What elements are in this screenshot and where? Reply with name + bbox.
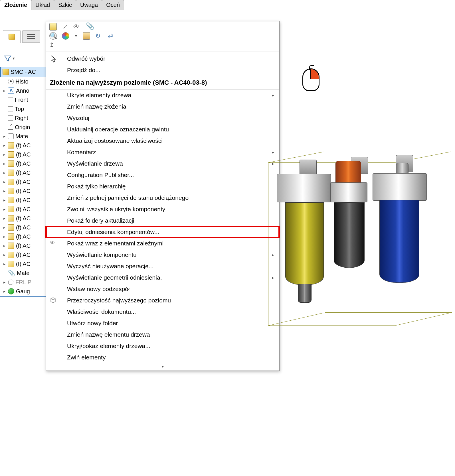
part-icon [8, 215, 14, 221]
ctx-tree-display[interactable]: Wyświetlanie drzewa▸ [46, 158, 279, 169]
ctx-show-update-folders[interactable]: Pokaż foldery aktualizacji [46, 215, 279, 226]
panel-tab-property[interactable] [22, 30, 40, 43]
ctx-ref-geometry-display[interactable]: Wyświetlanie geometrii odniesienia.▸ [46, 272, 279, 283]
part-icon [8, 142, 14, 149]
tree-item[interactable]: (f) AC [0, 205, 48, 214]
part-icon [8, 206, 14, 212]
tree-item[interactable]: (f) AC [0, 177, 48, 186]
measure-icon[interactable]: ↥ [49, 41, 57, 49]
tree-item[interactable]: FRL P [0, 278, 48, 287]
ctx-show-with-dependents[interactable]: 👁 Pokaż wraz z elementami zależnymi [46, 238, 279, 249]
part-icon [8, 151, 14, 158]
model-regulator-knob [335, 161, 361, 184]
tree-item[interactable]: Front [0, 95, 48, 104]
tree-item[interactable]: Histo [0, 77, 48, 86]
tree-item[interactable]: (f) AC [0, 241, 48, 250]
svg-rect-2 [27, 38, 35, 39]
tree-item[interactable]: 📎Mate [0, 268, 48, 278]
ctx-header: Złożenie na najwyższym poziomie (SMC - A… [46, 76, 279, 89]
model-filter-head [277, 174, 331, 202]
ctx-go-to[interactable]: Przejdź do... [46, 64, 279, 76]
tree-item[interactable]: (f) AC [0, 250, 48, 259]
tree-item[interactable]: Top [0, 104, 48, 113]
ctx-top-transparency[interactable]: Przezroczystość najwyższego poziomu [46, 295, 279, 306]
ctx-show-hierarchy-only[interactable]: Pokaż tylko hierarchię [46, 181, 279, 192]
part-icon [8, 160, 14, 167]
part-icon [8, 197, 14, 203]
tree-item[interactable]: (f) AC [0, 223, 48, 232]
tree-end-divider [0, 296, 46, 297]
open-part-icon[interactable] [49, 23, 57, 30]
tab-zlozenie[interactable]: Złożenie [0, 0, 31, 10]
ctx-release-hidden[interactable]: Zwolnij wszystkie ukryte komponenty [46, 204, 279, 215]
tab-uwaga[interactable]: Uwaga [76, 0, 102, 10]
ctx-hidden-tree-elements[interactable]: Ukryte elementy drzewa▸ [46, 89, 279, 101]
ctx-icon-toolbar-row3: ↥ [46, 41, 279, 50]
eye-strike-icon: 👁 [50, 240, 57, 247]
cursor-icon [50, 55, 57, 62]
ctx-expand-indicator[interactable]: ▾ [46, 363, 279, 371]
ctx-comment[interactable]: Komentarz▸ [46, 147, 279, 158]
ctx-new-folder[interactable]: Utwórz nowy folder [46, 318, 279, 329]
ctx-invert-selection[interactable]: Odwróć wybór [46, 53, 279, 64]
assembly-icon [3, 69, 9, 75]
tree-item[interactable]: Mate [0, 132, 48, 141]
ctx-config-publisher[interactable]: Configuration Publisher... [46, 169, 279, 181]
tree-item[interactable]: (f) AC [0, 168, 48, 177]
model-regulator-body [334, 202, 365, 268]
ctx-isolate[interactable]: Wyizoluj [46, 112, 279, 124]
tab-uklad[interactable]: Układ [31, 0, 54, 10]
tree-root-label: SMC - AC [11, 68, 36, 75]
tree-item[interactable]: (f) AC [0, 141, 48, 150]
tree-item[interactable]: (f) AC [0, 150, 48, 159]
move-component-icon[interactable] [83, 32, 90, 40]
tree-item[interactable]: (f) AC [0, 232, 48, 241]
plane-icon [8, 106, 13, 111]
context-menu: ⟋ 👁 📎 🔍 ▼ ↻ ⇄ ↥ Odwróć wybór Przejdź do.… [46, 21, 280, 371]
svg-rect-0 [27, 34, 35, 35]
ctx-collapse-items[interactable]: Zwiń elementy [46, 352, 279, 363]
part-icon [8, 224, 14, 231]
tree-item[interactable]: (f) AC [0, 214, 48, 223]
ctx-edit-component-references[interactable]: Edytuj odniesienia komponentów... [46, 226, 279, 238]
tree-item[interactable]: AAnno [0, 86, 48, 95]
tree-item[interactable]: (f) AC [0, 196, 48, 205]
tree-item[interactable]: (f) AC [0, 159, 48, 168]
tree-item[interactable]: Gaug [0, 287, 48, 296]
tree-item[interactable]: Origin [0, 123, 48, 132]
model-lubricator-head [373, 173, 427, 201]
plane-icon [8, 97, 13, 102]
zoom-icon[interactable]: 🔍 [49, 32, 57, 40]
ctx-insert-subassembly[interactable]: Wstaw nowy podzespół [46, 283, 279, 295]
submenu-arrow-icon: ▸ [272, 275, 274, 280]
ctx-update-thread[interactable]: Uaktualnij operacje oznaczenia gwintu [46, 124, 279, 135]
ctx-rename-assembly[interactable]: Zmień nazwę złożenia [46, 101, 279, 112]
filter-icon[interactable] [4, 55, 11, 62]
rotate-component-icon[interactable]: ↻ [95, 32, 103, 40]
dropdown-chevron-icon[interactable]: ▼ [12, 56, 15, 60]
tab-szkic[interactable]: Szkic [54, 0, 76, 10]
ctx-set-lightweight[interactable]: Zmień z pełnej pamięci do stanu odciążon… [46, 192, 279, 204]
submenu-arrow-icon: ▸ [272, 93, 274, 97]
ctx-update-custom-props[interactable]: Aktualizuj dostosowane właściwości [46, 135, 279, 147]
needle-icon[interactable]: ⟋ [62, 23, 68, 30]
replace-component-icon[interactable]: ⇄ [108, 32, 115, 40]
visibility-icon[interactable]: 👁 [73, 23, 81, 30]
panel-tab-feature-tree[interactable] [3, 30, 21, 43]
tab-ocen[interactable]: Oceń [102, 0, 124, 10]
ctx-document-properties[interactable]: Właściwości dokumentu... [46, 306, 279, 318]
tree-root[interactable]: SMC - AC [0, 67, 48, 77]
graphics-viewport[interactable] [285, 77, 451, 356]
submenu-arrow-icon: ▸ [272, 150, 274, 154]
appearance-icon[interactable] [62, 32, 69, 40]
tree-item[interactable]: (f) AC [0, 259, 48, 268]
tree-item[interactable]: (f) AC [0, 186, 48, 196]
ctx-component-display[interactable]: Wyświetlanie komponentu▸ [46, 249, 279, 261]
tree-item[interactable]: Right [0, 113, 48, 123]
attachment-icon[interactable]: 📎 [86, 23, 93, 30]
model-regulator-head [330, 182, 367, 202]
ctx-hide-show-tree-items[interactable]: Ukryj/pokaż elementy drzewa... [46, 340, 279, 352]
submenu-arrow-icon: ▸ [272, 161, 274, 166]
ctx-purge-unused[interactable]: Wyczyść nieużywane operacje... [46, 261, 279, 272]
ctx-rename-tree-item[interactable]: Zmień nazwę elementu drzewa [46, 329, 279, 340]
